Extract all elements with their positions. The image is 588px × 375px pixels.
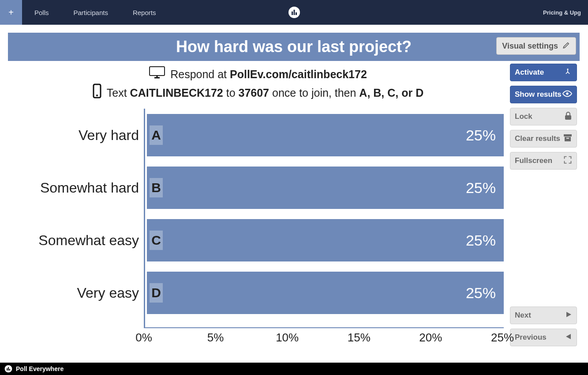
broadcast-icon: [563, 67, 572, 78]
x-tick-label: 20%: [419, 331, 442, 345]
expand-icon: [563, 155, 572, 167]
visual-settings-button[interactable]: Visual settings: [496, 37, 576, 55]
text-number: 37607: [239, 87, 270, 99]
bar-category-label: Very easy: [15, 285, 139, 301]
bar-letter: B: [150, 178, 163, 197]
respond-url: PollEv.com/caitlinbeck172: [230, 68, 367, 80]
add-poll-button[interactable]: +: [0, 0, 22, 25]
bar-letter: C: [150, 231, 163, 250]
svg-rect-17: [8, 367, 9, 371]
top-nav: + Polls Participants Reports Pricing & U…: [0, 0, 588, 25]
brand-logo-icon: [288, 6, 300, 19]
svg-rect-14: [566, 138, 569, 139]
bar-value-label: 25%: [466, 127, 504, 144]
bar-row: Somewhat hardB25%: [145, 167, 504, 209]
bar-category-label: Somewhat easy: [15, 233, 139, 248]
bar-value-label: 25%: [466, 284, 504, 302]
clear-results-button[interactable]: Clear results: [510, 130, 577, 148]
svg-rect-1: [292, 11, 293, 15]
previous-button[interactable]: Previous: [510, 329, 577, 346]
show-results-label: Show results: [515, 90, 562, 99]
svg-rect-12: [564, 134, 572, 136]
x-tick-label: 15%: [348, 331, 371, 345]
lock-button[interactable]: Lock: [510, 108, 577, 125]
nav-pricing[interactable]: Pricing & Upg: [536, 9, 588, 16]
lock-label: Lock: [515, 112, 532, 121]
svg-rect-3: [296, 12, 297, 15]
nav-reports[interactable]: Reports: [120, 0, 169, 25]
x-tick-label: 0%: [135, 331, 152, 345]
nav-polls[interactable]: Polls: [22, 0, 61, 25]
footer: Poll Everywhere: [0, 363, 588, 375]
clear-results-label: Clear results: [515, 134, 560, 143]
svg-point-9: [567, 68, 568, 70]
bar: B25%: [147, 167, 504, 209]
bar-value-label: 25%: [466, 179, 504, 197]
instructions: Respond at PollEv.com/caitlinbeck172 Tex…: [8, 63, 507, 109]
svg-rect-13: [565, 137, 571, 141]
footer-logo-icon: [4, 365, 12, 373]
bar: A25%: [147, 114, 504, 156]
next-label: Next: [515, 311, 531, 320]
bar: D25%: [147, 272, 504, 314]
bar-row: Very hardA25%: [145, 114, 504, 156]
respond-prefix: Respond at: [170, 68, 230, 80]
text-code: CAITLINBECK172: [130, 87, 223, 99]
svg-rect-4: [150, 67, 165, 76]
archive-icon: [563, 134, 572, 144]
svg-point-10: [566, 92, 569, 95]
footer-brand: Poll Everywhere: [16, 365, 64, 372]
visual-settings-label: Visual settings: [502, 42, 558, 51]
monitor-icon: [148, 65, 166, 83]
fullscreen-label: Fullscreen: [515, 156, 552, 165]
bar-category-label: Very hard: [15, 128, 139, 143]
next-button[interactable]: Next: [510, 307, 577, 324]
x-tick-label: 25%: [491, 331, 514, 345]
previous-label: Previous: [515, 333, 547, 342]
eye-icon: [562, 90, 572, 99]
bar: C25%: [147, 219, 504, 261]
poll-title: How hard was our last project?: [8, 38, 580, 56]
phone-icon: [92, 83, 102, 102]
poll-title-bar: How hard was our last project? Visual se…: [8, 33, 580, 61]
side-panel: Activate Show results Lock Clear results…: [507, 61, 580, 346]
play-reverse-icon: [565, 333, 572, 342]
svg-point-8: [96, 95, 98, 96]
bar-row: Somewhat easyC25%: [145, 219, 504, 261]
fullscreen-button[interactable]: Fullscreen: [510, 152, 577, 170]
lock-icon: [564, 111, 572, 122]
text-choices: A, B, C, or D: [359, 87, 423, 99]
bar-category-label: Somewhat hard: [15, 180, 139, 196]
chart: Very hardA25%Somewhat hardB25%Somewhat e…: [11, 109, 504, 346]
bar-value-label: 25%: [466, 232, 504, 249]
text-prefix: Text: [107, 87, 130, 99]
activate-label: Activate: [515, 68, 544, 77]
text-to: to: [223, 87, 239, 99]
svg-rect-16: [7, 368, 7, 371]
x-tick-label: 10%: [276, 331, 299, 345]
text-once: once to join, then: [269, 87, 359, 99]
svg-rect-11: [565, 115, 571, 120]
nav-participants[interactable]: Participants: [61, 0, 120, 25]
activate-button[interactable]: Activate: [510, 64, 577, 81]
svg-rect-18: [9, 369, 10, 371]
x-tick-label: 5%: [207, 331, 224, 345]
bar-row: Very easyD25%: [145, 272, 504, 314]
bar-letter: A: [150, 125, 163, 145]
svg-rect-2: [293, 10, 295, 15]
bar-letter: D: [150, 283, 163, 303]
play-icon: [565, 311, 572, 320]
show-results-button[interactable]: Show results: [510, 86, 577, 103]
paintbrush-icon: [562, 41, 570, 51]
